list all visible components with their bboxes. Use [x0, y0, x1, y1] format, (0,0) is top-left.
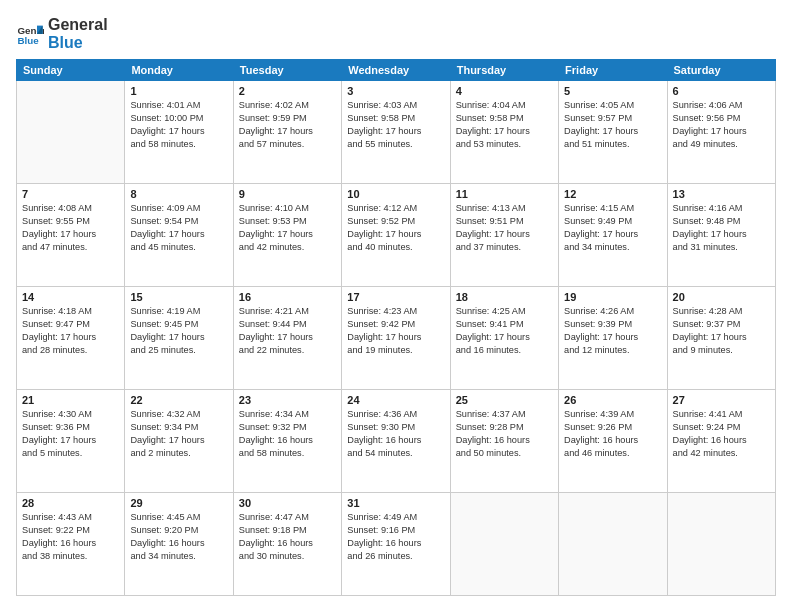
calendar-cell: 2Sunrise: 4:02 AM Sunset: 9:59 PM Daylig…: [233, 81, 341, 184]
day-number: 26: [564, 394, 661, 406]
calendar-cell: 22Sunrise: 4:32 AM Sunset: 9:34 PM Dayli…: [125, 390, 233, 493]
calendar-header-sunday: Sunday: [17, 60, 125, 81]
day-info: Sunrise: 4:09 AM Sunset: 9:54 PM Dayligh…: [130, 202, 227, 254]
svg-text:Blue: Blue: [17, 34, 39, 45]
calendar-cell: 11Sunrise: 4:13 AM Sunset: 9:51 PM Dayli…: [450, 184, 558, 287]
day-info: Sunrise: 4:36 AM Sunset: 9:30 PM Dayligh…: [347, 408, 444, 460]
calendar-cell: 8Sunrise: 4:09 AM Sunset: 9:54 PM Daylig…: [125, 184, 233, 287]
day-info: Sunrise: 4:47 AM Sunset: 9:18 PM Dayligh…: [239, 511, 336, 563]
calendar-table: SundayMondayTuesdayWednesdayThursdayFrid…: [16, 59, 776, 596]
day-number: 1: [130, 85, 227, 97]
calendar-cell: 5Sunrise: 4:05 AM Sunset: 9:57 PM Daylig…: [559, 81, 667, 184]
day-number: 12: [564, 188, 661, 200]
calendar-cell: 23Sunrise: 4:34 AM Sunset: 9:32 PM Dayli…: [233, 390, 341, 493]
calendar-cell: [450, 493, 558, 596]
day-info: Sunrise: 4:02 AM Sunset: 9:59 PM Dayligh…: [239, 99, 336, 151]
day-number: 17: [347, 291, 444, 303]
calendar-cell: 25Sunrise: 4:37 AM Sunset: 9:28 PM Dayli…: [450, 390, 558, 493]
calendar-cell: 17Sunrise: 4:23 AM Sunset: 9:42 PM Dayli…: [342, 287, 450, 390]
day-info: Sunrise: 4:10 AM Sunset: 9:53 PM Dayligh…: [239, 202, 336, 254]
calendar-header-wednesday: Wednesday: [342, 60, 450, 81]
logo: General Blue General Blue: [16, 16, 108, 51]
calendar-cell: 29Sunrise: 4:45 AM Sunset: 9:20 PM Dayli…: [125, 493, 233, 596]
day-info: Sunrise: 4:16 AM Sunset: 9:48 PM Dayligh…: [673, 202, 770, 254]
calendar-header-row: SundayMondayTuesdayWednesdayThursdayFrid…: [17, 60, 776, 81]
calendar-header-thursday: Thursday: [450, 60, 558, 81]
day-info: Sunrise: 4:15 AM Sunset: 9:49 PM Dayligh…: [564, 202, 661, 254]
day-info: Sunrise: 4:06 AM Sunset: 9:56 PM Dayligh…: [673, 99, 770, 151]
calendar-cell: 6Sunrise: 4:06 AM Sunset: 9:56 PM Daylig…: [667, 81, 775, 184]
day-info: Sunrise: 4:28 AM Sunset: 9:37 PM Dayligh…: [673, 305, 770, 357]
calendar-cell: 10Sunrise: 4:12 AM Sunset: 9:52 PM Dayli…: [342, 184, 450, 287]
calendar-week-4: 21Sunrise: 4:30 AM Sunset: 9:36 PM Dayli…: [17, 390, 776, 493]
calendar-cell: 28Sunrise: 4:43 AM Sunset: 9:22 PM Dayli…: [17, 493, 125, 596]
day-info: Sunrise: 4:23 AM Sunset: 9:42 PM Dayligh…: [347, 305, 444, 357]
day-info: Sunrise: 4:32 AM Sunset: 9:34 PM Dayligh…: [130, 408, 227, 460]
day-number: 25: [456, 394, 553, 406]
calendar-cell: [667, 493, 775, 596]
day-number: 3: [347, 85, 444, 97]
day-info: Sunrise: 4:37 AM Sunset: 9:28 PM Dayligh…: [456, 408, 553, 460]
day-number: 6: [673, 85, 770, 97]
day-info: Sunrise: 4:03 AM Sunset: 9:58 PM Dayligh…: [347, 99, 444, 151]
calendar-cell: 27Sunrise: 4:41 AM Sunset: 9:24 PM Dayli…: [667, 390, 775, 493]
day-number: 19: [564, 291, 661, 303]
calendar-week-5: 28Sunrise: 4:43 AM Sunset: 9:22 PM Dayli…: [17, 493, 776, 596]
day-info: Sunrise: 4:43 AM Sunset: 9:22 PM Dayligh…: [22, 511, 119, 563]
day-info: Sunrise: 4:18 AM Sunset: 9:47 PM Dayligh…: [22, 305, 119, 357]
day-number: 24: [347, 394, 444, 406]
day-number: 20: [673, 291, 770, 303]
page-header: General Blue General Blue: [16, 16, 776, 51]
day-number: 18: [456, 291, 553, 303]
day-number: 4: [456, 85, 553, 97]
calendar-cell: 24Sunrise: 4:36 AM Sunset: 9:30 PM Dayli…: [342, 390, 450, 493]
calendar-cell: 12Sunrise: 4:15 AM Sunset: 9:49 PM Dayli…: [559, 184, 667, 287]
day-info: Sunrise: 4:13 AM Sunset: 9:51 PM Dayligh…: [456, 202, 553, 254]
day-number: 21: [22, 394, 119, 406]
calendar-week-3: 14Sunrise: 4:18 AM Sunset: 9:47 PM Dayli…: [17, 287, 776, 390]
day-info: Sunrise: 4:25 AM Sunset: 9:41 PM Dayligh…: [456, 305, 553, 357]
calendar-header-tuesday: Tuesday: [233, 60, 341, 81]
day-number: 2: [239, 85, 336, 97]
calendar-cell: 18Sunrise: 4:25 AM Sunset: 9:41 PM Dayli…: [450, 287, 558, 390]
calendar-cell: 3Sunrise: 4:03 AM Sunset: 9:58 PM Daylig…: [342, 81, 450, 184]
day-info: Sunrise: 4:01 AM Sunset: 10:00 PM Daylig…: [130, 99, 227, 151]
calendar-cell: 20Sunrise: 4:28 AM Sunset: 9:37 PM Dayli…: [667, 287, 775, 390]
logo-icon: General Blue: [16, 20, 44, 48]
day-number: 9: [239, 188, 336, 200]
day-info: Sunrise: 4:34 AM Sunset: 9:32 PM Dayligh…: [239, 408, 336, 460]
day-number: 23: [239, 394, 336, 406]
day-info: Sunrise: 4:21 AM Sunset: 9:44 PM Dayligh…: [239, 305, 336, 357]
day-number: 28: [22, 497, 119, 509]
calendar-cell: 9Sunrise: 4:10 AM Sunset: 9:53 PM Daylig…: [233, 184, 341, 287]
calendar-cell: 26Sunrise: 4:39 AM Sunset: 9:26 PM Dayli…: [559, 390, 667, 493]
day-info: Sunrise: 4:45 AM Sunset: 9:20 PM Dayligh…: [130, 511, 227, 563]
calendar-cell: 4Sunrise: 4:04 AM Sunset: 9:58 PM Daylig…: [450, 81, 558, 184]
day-info: Sunrise: 4:41 AM Sunset: 9:24 PM Dayligh…: [673, 408, 770, 460]
calendar-cell: 21Sunrise: 4:30 AM Sunset: 9:36 PM Dayli…: [17, 390, 125, 493]
logo-text-general: General: [48, 16, 108, 34]
calendar-cell: [559, 493, 667, 596]
day-number: 5: [564, 85, 661, 97]
calendar-cell: 14Sunrise: 4:18 AM Sunset: 9:47 PM Dayli…: [17, 287, 125, 390]
calendar-cell: 19Sunrise: 4:26 AM Sunset: 9:39 PM Dayli…: [559, 287, 667, 390]
calendar-cell: 15Sunrise: 4:19 AM Sunset: 9:45 PM Dayli…: [125, 287, 233, 390]
day-info: Sunrise: 4:19 AM Sunset: 9:45 PM Dayligh…: [130, 305, 227, 357]
day-info: Sunrise: 4:26 AM Sunset: 9:39 PM Dayligh…: [564, 305, 661, 357]
day-info: Sunrise: 4:04 AM Sunset: 9:58 PM Dayligh…: [456, 99, 553, 151]
calendar-cell: [17, 81, 125, 184]
day-number: 13: [673, 188, 770, 200]
calendar-cell: 7Sunrise: 4:08 AM Sunset: 9:55 PM Daylig…: [17, 184, 125, 287]
calendar-cell: 1Sunrise: 4:01 AM Sunset: 10:00 PM Dayli…: [125, 81, 233, 184]
calendar-cell: 16Sunrise: 4:21 AM Sunset: 9:44 PM Dayli…: [233, 287, 341, 390]
calendar-week-1: 1Sunrise: 4:01 AM Sunset: 10:00 PM Dayli…: [17, 81, 776, 184]
day-info: Sunrise: 4:30 AM Sunset: 9:36 PM Dayligh…: [22, 408, 119, 460]
day-number: 30: [239, 497, 336, 509]
day-number: 29: [130, 497, 227, 509]
day-info: Sunrise: 4:39 AM Sunset: 9:26 PM Dayligh…: [564, 408, 661, 460]
day-number: 31: [347, 497, 444, 509]
day-info: Sunrise: 4:12 AM Sunset: 9:52 PM Dayligh…: [347, 202, 444, 254]
day-number: 8: [130, 188, 227, 200]
day-number: 16: [239, 291, 336, 303]
calendar-week-2: 7Sunrise: 4:08 AM Sunset: 9:55 PM Daylig…: [17, 184, 776, 287]
